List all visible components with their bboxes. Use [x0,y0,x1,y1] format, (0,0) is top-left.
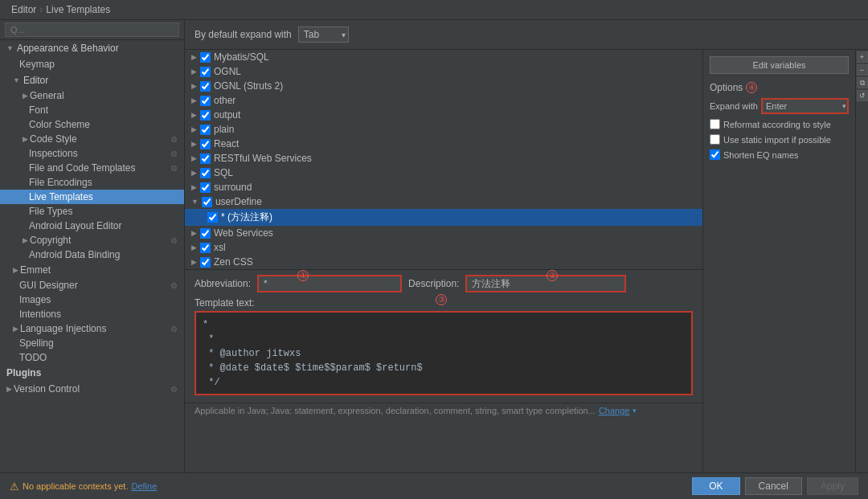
sidebar-item-label: Copyright [30,235,71,246]
search-input[interactable] [5,22,179,37]
sidebar-item-label: Inspections [29,148,78,159]
group-header-surround[interactable]: ▶ surround [185,180,702,194]
group-header-other[interactable]: ▶ other [185,93,702,108]
sidebar-item-spelling[interactable]: Spelling [0,336,184,350]
apply-button[interactable]: Apply [807,477,858,495]
static-import-label: Use static import if possible [723,135,831,145]
sidebar-item-font[interactable]: Font [0,103,184,117]
expand-with-select[interactable]: Tab Enter Space [298,27,349,43]
template-group-ognl-struts: ▶ OGNL (Struts 2) [185,79,702,93]
group-checkbox-sql[interactable] [200,168,211,178]
reformat-label: Reformat according to style [723,120,831,129]
ok-button[interactable]: OK [692,477,739,495]
group-checkbox-ognl[interactable] [200,67,211,77]
sidebar-item-label: General [30,90,64,101]
group-header-plain[interactable]: ▶ plain [185,122,702,137]
group-header-restful[interactable]: ▶ RESTful Web Services [185,151,702,166]
group-checkbox-ognl-struts[interactable] [200,81,211,92]
define-link[interactable]: Define [131,481,157,491]
group-header-mybatis[interactable]: ▶ Mybatis/SQL [185,50,702,64]
item-checkbox-method-comment[interactable] [207,212,218,223]
reformat-checkbox[interactable] [710,119,720,129]
sidebar-item-plugins[interactable]: Plugins [0,365,184,381]
template-group-plain: ▶ plain [185,122,702,137]
sidebar-item-label: File Types [29,206,72,217]
group-checkbox-mybatis[interactable] [200,52,211,63]
group-checkbox-surround[interactable] [200,182,211,193]
scroll-remove-button[interactable]: − [857,64,868,76]
scroll-reset-button[interactable]: ↺ [857,90,868,101]
group-checkbox-userdefine[interactable] [202,197,212,207]
options-label: Options [710,82,743,93]
sidebar-item-keymap[interactable]: Keymap [0,56,184,72]
expand-with-option-select[interactable]: Enter Tab Space [761,98,849,114]
sidebar-item-file-types[interactable]: File Types [0,204,184,219]
main-layout: ▼ Appearance & Behavior Keymap ▼ Editor … [0,20,868,472]
sidebar-item-file-encodings[interactable]: File Encodings [0,175,184,190]
sidebar-item-general[interactable]: ▶General [0,88,184,103]
group-header-output[interactable]: ▶ output [185,108,702,122]
sidebar-item-code-style[interactable]: ▶Code Style ⚙ [0,132,184,146]
sidebar-item-inspections[interactable]: Inspections ⚙ [0,146,184,161]
sidebar-item-language-injections[interactable]: ▶Language Injections ⚙ [0,321,184,336]
sidebar-item-live-templates[interactable]: Live Templates [0,190,184,204]
sidebar-item-color-scheme[interactable]: Color Scheme [0,117,184,132]
options-header: Options ④ [710,82,849,93]
group-checkbox-webservices[interactable] [200,228,211,239]
settings-icon: ⚙ [170,385,178,394]
applicable-row: Applicable in Java; Java: statement, exp… [185,403,702,418]
arrow-down-icon: ▼ [191,198,199,206]
scroll-add-button[interactable]: + [857,51,868,63]
sidebar-item-file-code-templates[interactable]: File and Code Templates ⚙ [0,161,184,175]
group-checkbox-output[interactable] [200,110,211,121]
group-header-sql[interactable]: ▶ SQL [185,166,702,180]
expand-with-option-row: Expand with Enter Tab Space ▾ [710,98,849,114]
group-checkbox-react[interactable] [200,139,211,149]
expand-with-bar: By default expand with Tab Enter Space ▾ [185,20,868,50]
template-text-area: Template text: ③ * * * @author jitwxs * … [185,297,702,403]
group-header-ognl[interactable]: ▶ OGNL [185,64,702,79]
sidebar-item-label: File Encodings [29,177,92,188]
circle-annotation-1: ① [297,270,309,281]
template-textarea[interactable]: * * * @author jitwxs * @date $date$ $tim… [194,311,693,395]
sidebar-item-appearance[interactable]: ▼ Appearance & Behavior [0,40,184,56]
group-header-ognl-struts[interactable]: ▶ OGNL (Struts 2) [185,79,702,93]
sidebar-item-version-control[interactable]: ▶Version Control ⚙ [0,381,184,397]
edit-variables-button[interactable]: Edit variables [710,56,849,74]
cancel-button[interactable]: Cancel [745,477,802,495]
shorten-eq-checkbox[interactable] [710,149,720,160]
template-item-method-comment[interactable]: * (方法注释) [185,209,702,226]
group-header-zencss[interactable]: ▶ Zen CSS [185,255,702,269]
sidebar-item-copyright[interactable]: ▶Copyright ⚙ [0,233,184,247]
sidebar-item-gui-designer[interactable]: GUI Designer ⚙ [0,278,184,292]
template-group-webservices: ▶ Web Services [185,226,702,240]
group-label: React [214,138,239,149]
sidebar-item-editor[interactable]: ▼ Editor [0,72,184,88]
group-header-xsl[interactable]: ▶ xsl [185,240,702,255]
sidebar: ▼ Appearance & Behavior Keymap ▼ Editor … [0,20,185,472]
group-label: Zen CSS [214,256,253,268]
group-checkbox-other[interactable] [200,96,211,106]
static-import-checkbox[interactable] [710,134,720,145]
sidebar-item-intentions[interactable]: Intentions [0,307,184,321]
sidebar-item-emmet[interactable]: ▶ Emmet [0,262,184,278]
sidebar-item-images[interactable]: Images [0,292,184,307]
sidebar-item-android-layout[interactable]: Android Layout Editor [0,219,184,233]
group-label: Web Services [214,227,273,239]
group-checkbox-plain[interactable] [200,125,211,135]
sidebar-item-android-data[interactable]: Android Data Binding [0,247,184,262]
scroll-copy-button[interactable]: ⧉ [857,77,868,88]
change-link[interactable]: Change [599,406,630,415]
abbreviation-input[interactable] [257,275,402,292]
group-checkbox-restful[interactable] [200,153,211,164]
group-checkbox-xsl[interactable] [200,243,211,253]
sidebar-item-todo[interactable]: TODO [0,350,184,365]
group-header-webservices[interactable]: ▶ Web Services [185,226,702,240]
arrow-right-icon: ▶ [191,125,197,133]
group-checkbox-zencss[interactable] [200,257,211,268]
footer-buttons: OK Cancel Apply [692,477,858,495]
arrow-right-icon: ▶ [191,96,197,104]
group-header-react[interactable]: ▶ React [185,137,702,151]
group-label: output [214,109,240,121]
group-header-userdefine[interactable]: ▼ userDefine [185,194,702,209]
